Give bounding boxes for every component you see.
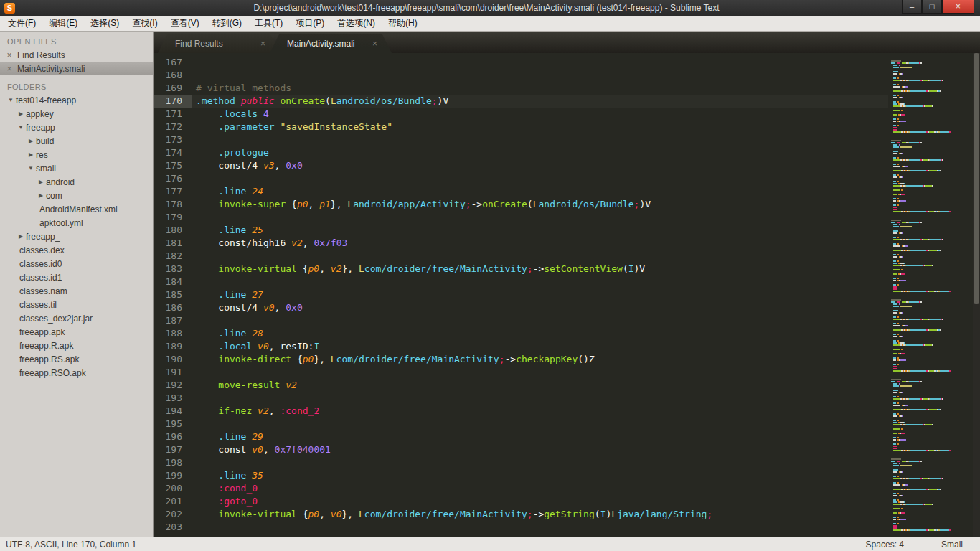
chevron-right-icon[interactable]: ▶	[36, 179, 46, 185]
tree-item-smali[interactable]: ▼smali	[0, 161, 153, 175]
code-line-170[interactable]: 170.method public onCreate(Landroid/os/B…	[154, 95, 888, 108]
code-line-183[interactable]: 183 invoke-virtual {p0, v2}, Lcom/droide…	[154, 263, 888, 276]
tree-item-apktool-yml[interactable]: apktool.yml	[0, 216, 153, 230]
status-spaces[interactable]: Spaces: 4	[866, 540, 904, 550]
tree-item-res[interactable]: ▶res	[0, 148, 153, 161]
code-line-197[interactable]: 197 const v0, 0x7f040001	[154, 443, 888, 456]
code-line-189[interactable]: 189 .local v0, resID:I	[154, 340, 888, 353]
line-number[interactable]: 186	[154, 301, 192, 314]
code-line-203[interactable]: 203	[154, 521, 888, 534]
code-line-191[interactable]: 191	[154, 366, 888, 379]
maximize-button[interactable]: □	[922, 0, 942, 14]
tree-item-freeapp-rso-apk[interactable]: freeapp.RSO.apk	[0, 366, 153, 380]
tab-mainactivity-smali[interactable]: MainActivity.smali×	[270, 34, 392, 53]
menu-item-2[interactable]: 选择(S)	[84, 15, 126, 32]
tree-item-freeapp[interactable]: ▼freeapp	[0, 121, 153, 134]
close-icon[interactable]: ×	[260, 39, 265, 49]
chevron-right-icon[interactable]: ▶	[26, 151, 36, 158]
chevron-right-icon[interactable]: ▶	[16, 110, 26, 117]
code-line-200[interactable]: 200 :cond_0	[154, 482, 888, 495]
code-line-175[interactable]: 175 const/4 v3, 0x0	[154, 159, 888, 172]
code-line-195[interactable]: 195	[154, 418, 888, 430]
line-number[interactable]: 180	[154, 224, 192, 237]
code-line-173[interactable]: 173	[154, 133, 888, 146]
code-line-171[interactable]: 171 .locals 4	[154, 108, 888, 121]
line-number[interactable]: 193	[154, 392, 192, 405]
tree-item-com[interactable]: ▶com	[0, 189, 153, 202]
line-number[interactable]: 179	[154, 211, 192, 224]
line-number[interactable]: 194	[154, 405, 192, 418]
code-line-192[interactable]: 192 move-result v2	[154, 379, 888, 392]
code-line-190[interactable]: 190 invoke-direct {p0}, Lcom/droider/fre…	[154, 353, 888, 366]
open-file-mainactivity-smali[interactable]: ×MainActivity.smali	[0, 62, 153, 75]
code-line-168[interactable]: 168	[154, 69, 888, 82]
tree-item-classes-id0[interactable]: classes.id0	[0, 257, 153, 270]
menu-item-7[interactable]: 项目(P)	[289, 15, 331, 32]
tree-item-classes-nam[interactable]: classes.nam	[0, 284, 153, 298]
tree-item-androidmanifest-xml[interactable]: AndroidManifest.xml	[0, 202, 153, 216]
chevron-right-icon[interactable]: ▶	[26, 138, 36, 144]
code-line-199[interactable]: 199 .line 35	[154, 469, 888, 482]
line-number[interactable]: 170	[154, 95, 192, 108]
chevron-right-icon[interactable]: ▶	[36, 192, 46, 199]
menu-item-6[interactable]: 工具(T)	[248, 15, 289, 32]
tree-item-test014-freeapp[interactable]: ▼test014-freeapp	[0, 93, 153, 107]
chevron-down-icon[interactable]: ▼	[26, 165, 36, 171]
line-number[interactable]: 197	[154, 443, 192, 456]
line-number[interactable]: 171	[154, 108, 192, 121]
close-icon[interactable]: ×	[6, 64, 13, 74]
tree-item-freeapp-rs-apk[interactable]: freeapp.RS.apk	[0, 352, 153, 366]
code-line-169[interactable]: 169# virtual methods	[154, 82, 888, 95]
line-number[interactable]: 187	[154, 314, 192, 327]
status-syntax[interactable]: Smali	[941, 540, 963, 550]
tree-item-freeapp-r-apk[interactable]: freeapp.R.apk	[0, 339, 153, 352]
line-number[interactable]: 188	[154, 327, 192, 340]
tree-item-build[interactable]: ▶build	[0, 134, 153, 148]
tree-item-freeapp[interactable]: ▶freeapp_	[0, 230, 153, 243]
code-line-176[interactable]: 176	[154, 172, 888, 185]
line-number[interactable]: 192	[154, 379, 192, 392]
code-area[interactable]: 167168169# virtual methods170.method pub…	[154, 53, 888, 537]
line-number[interactable]: 176	[154, 172, 192, 185]
tree-item-classes-dex2jar-jar[interactable]: classes_dex2jar.jar	[0, 311, 153, 325]
code-line-181[interactable]: 181 const/high16 v2, 0x7f03	[154, 237, 888, 250]
line-number[interactable]: 198	[154, 456, 192, 469]
code-line-178[interactable]: 178 invoke-super {p0, p1}, Landroid/app/…	[154, 198, 888, 211]
line-number[interactable]: 177	[154, 185, 192, 198]
line-number[interactable]: 181	[154, 237, 192, 250]
line-number[interactable]: 200	[154, 482, 192, 495]
chevron-down-icon[interactable]: ▼	[6, 97, 16, 103]
menu-item-9[interactable]: 帮助(H)	[382, 15, 424, 32]
code-line-201[interactable]: 201 :goto_0	[154, 495, 888, 508]
code-line-188[interactable]: 188 .line 28	[154, 327, 888, 340]
tab-find-results[interactable]: Find Results×	[158, 34, 280, 53]
line-number[interactable]: 167	[154, 56, 192, 69]
line-number[interactable]: 189	[154, 340, 192, 353]
line-number[interactable]: 190	[154, 353, 192, 366]
line-number[interactable]: 195	[154, 418, 192, 430]
chevron-down-icon[interactable]: ▼	[16, 124, 26, 131]
code-line-177[interactable]: 177 .line 24	[154, 185, 888, 198]
code-line-196[interactable]: 196 .line 29	[154, 430, 888, 443]
line-number[interactable]: 184	[154, 276, 192, 288]
code-line-194[interactable]: 194 if-nez v2, :cond_2	[154, 405, 888, 418]
code-line-184[interactable]: 184	[154, 276, 888, 288]
line-number[interactable]: 173	[154, 133, 192, 146]
line-number[interactable]: 191	[154, 366, 192, 379]
line-number[interactable]: 174	[154, 146, 192, 159]
code-line-179[interactable]: 179	[154, 211, 888, 224]
chevron-right-icon[interactable]: ▶	[16, 233, 26, 240]
scrollbar[interactable]	[973, 53, 980, 537]
close-button[interactable]: ×	[942, 0, 974, 14]
code-line-202[interactable]: 202 invoke-virtual {p0, v0}, Lcom/droide…	[154, 508, 888, 521]
menu-item-1[interactable]: 编辑(E)	[42, 15, 84, 32]
code-line-174[interactable]: 174 .prologue	[154, 146, 888, 159]
tree-item-freeapp-apk[interactable]: freeapp.apk	[0, 325, 153, 339]
menu-item-3[interactable]: 查找(I)	[126, 15, 164, 32]
line-number[interactable]: 201	[154, 495, 192, 508]
line-number[interactable]: 202	[154, 508, 192, 521]
scrollbar-thumb[interactable]	[974, 53, 979, 304]
menu-item-4[interactable]: 查看(V)	[164, 15, 206, 32]
code-line-193[interactable]: 193	[154, 392, 888, 405]
code-line-180[interactable]: 180 .line 25	[154, 224, 888, 237]
